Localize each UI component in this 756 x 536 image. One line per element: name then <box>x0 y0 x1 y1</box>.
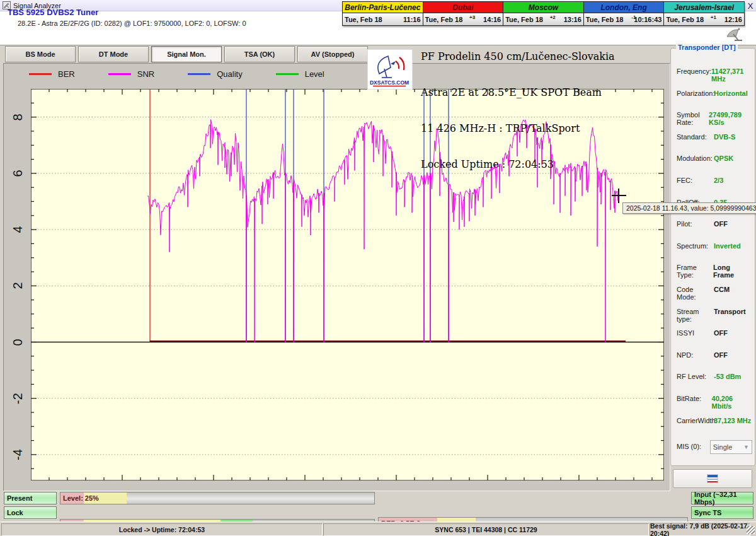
clock-cell: Jerusalem-IsraelTue, Feb 18+112:16 <box>664 2 744 25</box>
legend-item-quality: Quality <box>188 69 242 79</box>
clocks-close-button[interactable]: X <box>746 2 755 11</box>
clock-time: Tue, Feb 18-110:16:43 <box>584 13 664 25</box>
transponder-row: Polarization:Horizontal <box>677 90 752 97</box>
transponder-row: NPD:OFF <box>677 351 752 359</box>
mode-button-av-stopped-[interactable]: AV (Stopped) <box>297 46 368 62</box>
input-indicator: Input (~32,31 Mbps) <box>691 492 753 504</box>
resize-grip[interactable] <box>747 526 755 534</box>
legend-label-ber: BER <box>58 69 75 79</box>
y-axis-tick-label: 4 <box>11 226 25 233</box>
transponder-row: Standard:DVB-S <box>677 133 752 141</box>
legend-item-snr: SNR <box>108 69 154 79</box>
clock-city: London, Eng <box>584 2 664 13</box>
stream-list-icon <box>707 474 718 483</box>
chart-tooltip: 2025-02-18 11.16.43, value: 5,0999999046… <box>622 202 756 214</box>
clock-city: Berlin-Paris-Lučenec <box>343 2 423 13</box>
clock-time: Tue, Feb 18+213:16 <box>503 13 583 25</box>
mode-button-tsa-ok-[interactable]: TSA (OK) <box>224 46 295 62</box>
annotation-text: PF Prodelin 450 cm/Lučenec-Slovakia Astr… <box>421 26 615 182</box>
y-axis-tick-label: 0 <box>11 339 25 346</box>
mode-button-bs-mode[interactable]: BS Mode <box>5 46 76 62</box>
transponder-row: Spectrum:Inverted <box>677 242 752 250</box>
status-bar: Locked -> Uptime: 72:04:53 SYNC 653 | TE… <box>0 521 756 536</box>
clock-cell: MoscowTue, Feb 18+213:16 <box>503 2 584 25</box>
y-axis-tick-label: 6 <box>11 170 25 177</box>
mis-value: Single <box>713 443 733 451</box>
clock-city: Moscow <box>503 2 583 13</box>
crosshair-cursor-vertical <box>618 189 619 203</box>
legend-swatch-level <box>276 73 299 75</box>
tuner-title: TBS 5925 DVBS2 Tuner <box>8 8 98 17</box>
status-uptime: Locked -> Uptime: 72:04:53 <box>1 523 323 536</box>
transponder-row: ISSYIOFF <box>677 329 752 337</box>
sync-ts-indicator: Sync TS <box>691 506 753 519</box>
y-axis-tick-label: 2 <box>11 283 25 289</box>
transponder-panel: Transponder [DT] Frequency:11427,371 MHz… <box>670 48 755 466</box>
legend-label-level: Level <box>305 69 324 79</box>
mis-row: MIS (0): Single ▼ <box>677 443 752 454</box>
legend-swatch-snr <box>108 73 131 75</box>
y-axis-tick-label: 8 <box>11 114 25 120</box>
clock-time: Tue, Feb 18+314:16 <box>423 13 503 25</box>
clock-city: Dubai <box>423 2 503 13</box>
transponder-row: CarrierWidth:37,123 MHz <box>677 417 752 424</box>
dxsatcs-logo: DXSATCS.COM <box>367 49 413 90</box>
transponder-row: Stream type:Transport <box>677 308 752 323</box>
present-indicator: Present <box>4 492 57 504</box>
level-progressbar: Level: 25% <box>60 492 375 504</box>
transponder-row: Modulation:QPSK <box>677 154 752 162</box>
legend-label-snr: SNR <box>137 69 154 79</box>
tuner-subtitle: 28.2E - Astra 2E/2F/2G (ID: 0282) @ LOF1… <box>18 20 246 27</box>
legend-item-level: Level <box>276 69 324 79</box>
lock-indicator: Lock <box>4 506 57 519</box>
clock-time: Tue, Feb 1811:16 <box>343 13 423 25</box>
transponder-row: Symbol Rate:27499,789 KS/s <box>677 111 752 126</box>
annotation-line-1: PF Prodelin 450 cm/Lučenec-Slovakia <box>421 50 615 62</box>
chart-legend: BER SNR Quality Level <box>29 68 358 79</box>
level-label: Level: 25% <box>63 494 99 502</box>
transponder-panel-title: Transponder [DT] <box>676 44 738 51</box>
mis-dropdown[interactable]: Single ▼ <box>710 440 752 454</box>
status-sync-counters: SYNC 653 | TEI 44308 | CC 11729 <box>323 523 649 536</box>
transponder-row: Frame Type:Long Frame <box>677 264 752 279</box>
annotation-line-4: Locked Uptime : 72:04:53 <box>421 158 615 170</box>
chevron-down-icon: ▼ <box>743 444 749 450</box>
mode-toolbar: BS ModeDT ModeSignal Mon.TSA (OK)AV (Sto… <box>5 46 368 61</box>
y-axis-tick-label: -2 <box>11 393 25 404</box>
mode-button-signal-mon-[interactable]: Signal Mon. <box>151 46 222 62</box>
transponder-row: Pilot:OFF <box>677 220 752 228</box>
legend-swatch-quality <box>188 73 210 75</box>
legend-label-quality: Quality <box>217 69 242 79</box>
clock-cell: London, EngTue, Feb 18-110:16:43 <box>584 2 665 25</box>
logo-text: DXSATCS.COM <box>370 79 409 86</box>
annotation-line-3: 11 426 MHz-H : TRP/TalkSport <box>421 122 615 134</box>
status-best-signal: Best signal: 7,9 dB (2025-02-17 20:42) <box>650 523 750 536</box>
clock-cell: DubaiTue, Feb 18+314:16 <box>423 2 504 25</box>
transponder-row: BitRate:40,206 Mbit/s <box>677 395 752 410</box>
mode-button-dt-mode[interactable]: DT Mode <box>78 46 149 62</box>
transponder-row: Frequency:11427,371 MHz <box>677 67 752 83</box>
clock-city: Jerusalem-Israel <box>664 2 744 13</box>
clock-cell: Berlin-Paris-LučenecTue, Feb 1811:16 <box>343 2 423 25</box>
stream-list-button[interactable] <box>673 469 752 488</box>
mis-label: MIS (0): <box>677 443 710 454</box>
y-axis-tick-label: -4 <box>11 449 25 460</box>
transponder-row: FEC:2/3 <box>677 177 752 184</box>
world-clocks: Berlin-Paris-LučenecTue, Feb 1811:16Duba… <box>342 1 745 26</box>
legend-swatch-ber <box>29 73 52 75</box>
legend-item-ber: BER <box>29 69 75 79</box>
transponder-row: Code Mode:CCM <box>677 286 752 301</box>
transponder-row: RF Level:-53 dBm <box>677 373 752 380</box>
satellite-dish-icon <box>722 24 747 43</box>
annotation-line-2: Astra 2E at 28.5°E_UK SPOT Beam <box>421 86 615 98</box>
